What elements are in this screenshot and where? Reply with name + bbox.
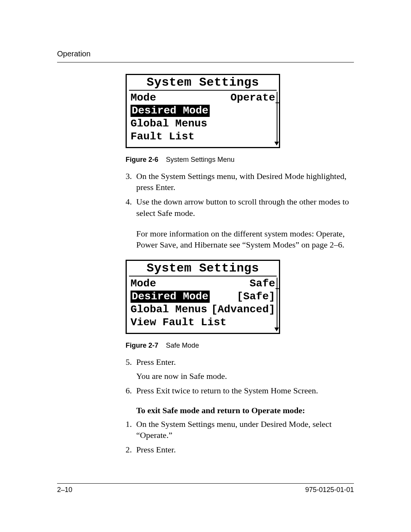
lcd-label-highlighted: Desired Mode <box>131 291 210 303</box>
lcd-value: Operate <box>230 92 275 104</box>
lcd-row-fault-list: Fault List <box>131 130 275 143</box>
step-item: 2. Press Enter. <box>126 444 354 455</box>
lcd-value: [Safe] <box>237 291 275 303</box>
step-item: You are now in Safe mode. <box>126 371 354 382</box>
step-number: 5. <box>126 356 136 368</box>
step-list-c: 1. On the System Settings menu, under De… <box>126 419 354 455</box>
content-block: System Settings Mode Operate Desired Mod… <box>126 74 354 455</box>
lcd-value: Safe <box>250 278 275 290</box>
lcd-label-highlighted: Desired Mode <box>131 105 210 117</box>
lcd-row-mode: Mode Operate <box>131 91 275 104</box>
lcd-label: Mode <box>131 92 156 104</box>
note-paragraph: For more information on the different sy… <box>136 228 354 251</box>
scroll-line <box>277 278 277 328</box>
step-list-a: 3. On the System Settings menu, with Des… <box>126 171 354 219</box>
lcd-row-view-fault-list: View Fault List <box>131 316 275 329</box>
section-header: Operation <box>57 50 354 58</box>
arrow-down-icon <box>274 328 279 331</box>
step-number: 4. <box>126 196 136 219</box>
lcd-value: [Advanced] <box>211 304 275 316</box>
lcd-row-desired-mode: Desired Mode [Safe] <box>131 290 275 303</box>
figure-caption-2-6: Figure 2-6 System Settings Menu <box>126 156 354 164</box>
figure-caption-2-7: Figure 2-7 Safe Mode <box>126 342 354 350</box>
lcd-label: Global Menus <box>131 118 207 130</box>
scroll-line <box>277 92 277 142</box>
step-number <box>126 371 136 382</box>
figure-text: System Settings Menu <box>166 156 234 163</box>
step-list-b: 5. Press Enter. You are now in Safe mode… <box>126 356 354 396</box>
lcd-body: Mode Operate Desired Mode Global Menus F… <box>127 91 279 147</box>
lcd-body: Mode Safe Desired Mode [Safe] Global Men… <box>127 276 279 333</box>
page: Operation System Settings Mode Operate D… <box>0 0 411 532</box>
step-text: Press Enter. <box>136 356 354 368</box>
step-item: 5. Press Enter. <box>126 356 354 368</box>
scroll-tick <box>276 102 279 103</box>
page-footer: 2–10 975-0125-01-01 <box>57 483 354 494</box>
lcd-row-mode: Mode Safe <box>131 277 275 290</box>
footer-rule <box>57 483 354 484</box>
lcd-panel-system-settings-2: System Settings Mode Safe Desired Mode [… <box>126 260 280 334</box>
doc-number: 975-0125-01-01 <box>305 486 354 494</box>
step-number: 1. <box>126 419 136 441</box>
step-text: On the System Settings menu, with Desire… <box>136 171 354 193</box>
lcd-row-desired-mode: Desired Mode <box>131 104 275 117</box>
step-text: Use the down arrow button to scroll thro… <box>136 196 354 219</box>
sub-heading: To exit Safe mode and return to Operate … <box>136 406 354 415</box>
arrow-down-icon <box>274 142 279 145</box>
step-number: 6. <box>126 385 136 396</box>
footer-row: 2–10 975-0125-01-01 <box>57 486 354 494</box>
lcd-row-global-menus: Global Menus <box>131 117 275 130</box>
lcd-label: View Fault List <box>131 316 226 329</box>
step-item: 1. On the System Settings menu, under De… <box>126 419 354 441</box>
lcd-title: System Settings <box>127 75 279 90</box>
lcd-panel-system-settings-1: System Settings Mode Operate Desired Mod… <box>126 74 280 148</box>
step-number: 2. <box>126 444 136 455</box>
step-text: On the System Settings menu, under Desir… <box>136 419 354 441</box>
step-text: You are now in Safe mode. <box>136 371 354 382</box>
figure-label: Figure 2-7 <box>126 342 158 349</box>
figure-text: Safe Mode <box>166 342 199 349</box>
step-number: 3. <box>126 171 136 193</box>
step-text: Press Enter. <box>136 444 354 455</box>
lcd-label: Mode <box>131 278 156 290</box>
lcd-title: System Settings <box>127 261 279 276</box>
step-text: Press Exit twice to return to the System… <box>136 385 354 396</box>
lcd-label: Fault List <box>131 131 194 143</box>
lcd-row-global-menus: Global Menus [Advanced] <box>131 303 275 316</box>
figure-label: Figure 2-6 <box>126 156 158 163</box>
page-number: 2–10 <box>57 486 72 494</box>
step-item: 3. On the System Settings menu, with Des… <box>126 171 354 193</box>
lcd-label: Global Menus <box>131 304 207 316</box>
scroll-tick <box>276 288 279 289</box>
step-item: 6. Press Exit twice to return to the Sys… <box>126 385 354 396</box>
header-rule <box>57 62 354 62</box>
step-item: 4. Use the down arrow button to scroll t… <box>126 196 354 219</box>
